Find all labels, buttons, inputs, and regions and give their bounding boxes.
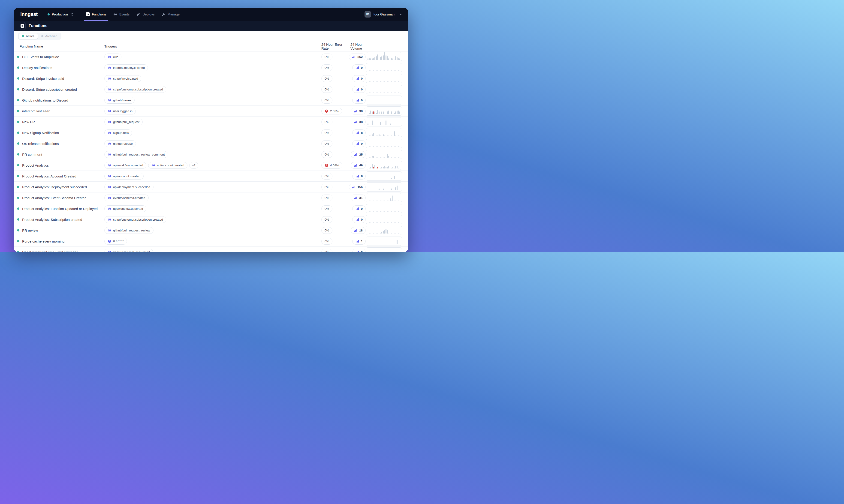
sparkline-slot: [395, 146, 396, 147]
function-status-dot: [17, 131, 19, 134]
sparkline-empty-dash: [380, 70, 381, 71]
sparkline-slot: [372, 146, 373, 147]
function-row[interactable]: PR review github/pull_request_review 0% …: [14, 225, 408, 236]
user-menu[interactable]: IG Igor Gassmann: [363, 8, 404, 21]
sparkline-slot: [376, 211, 377, 212]
sparkline-empty-dash: [379, 179, 379, 180]
function-row[interactable]: New Signup Notification signup.new 0% 8: [14, 127, 408, 138]
functions-page-icon-button[interactable]: [19, 22, 25, 30]
sparkline-slot: [373, 103, 374, 104]
sparkline-slot: [367, 124, 369, 125]
sparkline-bar: [377, 167, 378, 168]
function-row[interactable]: intercom last seen user.logged.in 2.63% …: [14, 106, 408, 116]
sparkline-slot: [383, 179, 384, 180]
sparkline-empty-dash: [369, 103, 370, 104]
sparkline-empty-dash: [394, 211, 395, 212]
sparkline-slot: [367, 179, 369, 180]
tab-events[interactable]: Events: [110, 8, 133, 21]
rocket-icon: [137, 13, 140, 16]
volume-sparkline: [366, 128, 402, 137]
sparkline-slot: [383, 146, 384, 147]
tab-functions[interactable]: Functions: [82, 8, 110, 21]
function-row[interactable]: New PR github/pull_request 0% 38: [14, 116, 408, 127]
function-row[interactable]: Discord: Stripe subscription created str…: [14, 84, 408, 95]
sparkline-empty-dash: [393, 146, 393, 147]
sparkline-slot: [391, 178, 392, 179]
function-row[interactable]: Purge cache every morning 0 8 * * * 0% 1: [14, 236, 408, 247]
sparkline-empty-dash: [384, 179, 385, 180]
sparkline-bar: [372, 121, 373, 125]
sparkline-slot: [385, 190, 387, 191]
sparkline-empty-dash: [379, 146, 379, 147]
sparkline-empty-dash: [375, 244, 375, 245]
function-name: OS release notifications: [22, 142, 59, 146]
trigger-label: stripe/customer.subscription.created: [113, 88, 163, 91]
error-alert-icon: [325, 109, 328, 113]
sparkline-slot: [398, 190, 399, 191]
sparkline-empty-dash: [377, 179, 378, 180]
trigger-label: github/pull_request_review: [113, 229, 150, 232]
sparkline-slot: [398, 92, 399, 93]
environment-selector[interactable]: Production: [43, 8, 79, 21]
tab-deploys[interactable]: Deploys: [133, 8, 158, 21]
sparkline-slot: [397, 92, 397, 93]
sparkline-empty-dash: [383, 125, 384, 125]
sparkline-empty-dash: [384, 211, 385, 212]
column-triggers: Triggers: [104, 44, 321, 48]
trigger-badge: api/account.created: [104, 173, 144, 180]
sparkline-empty-dash: [397, 70, 397, 71]
sparkline-slot: [397, 146, 397, 147]
sparkline-bar: [370, 167, 371, 168]
function-row[interactable]: Product Analytics: Function Updated or D…: [14, 203, 408, 214]
sparkline-slot: [387, 125, 388, 125]
sparkline-empty-dash: [379, 92, 379, 93]
function-row[interactable]: Product Analytics: Account Created api/a…: [14, 171, 408, 182]
sparkline-empty-dash: [383, 179, 384, 180]
function-row[interactable]: Product Analytics: Deployment succeeded …: [14, 182, 408, 193]
sparkline-slot: [390, 136, 391, 136]
filter-archived[interactable]: Archived: [38, 33, 61, 39]
function-row[interactable]: Discord: Stripe invoice paid stripe/invo…: [14, 73, 408, 84]
error-rate-value: 0%: [325, 207, 329, 211]
function-row[interactable]: Deploy notifications internal.deploy.fin…: [14, 62, 408, 73]
function-row[interactable]: CLI Events to Amplitude cli/* 0% 852: [14, 52, 408, 62]
sparkline-empty-dash: [386, 211, 387, 212]
volume-sparkline: [366, 85, 402, 94]
sparkline-slot: [395, 233, 396, 234]
sparkline-slot: [370, 58, 371, 60]
sparkline-slot: [381, 56, 382, 60]
sparkline-slot: [373, 167, 374, 168]
sparkline-empty-dash: [393, 114, 393, 114]
sparkline-empty-dash: [395, 92, 396, 93]
sparkline-bar: [383, 188, 384, 190]
function-row[interactable]: Product Analytics: Subscription created …: [14, 214, 408, 225]
sparkline-slot: [388, 244, 389, 245]
function-row[interactable]: OS release notifications github/release …: [14, 138, 408, 149]
function-status-dot: [17, 240, 19, 242]
sparkline-empty-dash: [384, 146, 385, 147]
bar-chart-icon: [354, 229, 358, 232]
volume-value: 31: [359, 196, 363, 200]
sparkline-slot: [373, 146, 374, 147]
sparkline-bar: [391, 188, 392, 190]
sparkline-empty-dash: [384, 136, 385, 136]
function-row[interactable]: Product Analytics api/workflow.upserteda…: [14, 160, 408, 171]
sparkline-empty-dash: [398, 136, 399, 136]
sparkline-slot: [394, 125, 395, 125]
filter-active[interactable]: Active: [18, 33, 38, 39]
function-row[interactable]: Product Analytics: Event Schema Created …: [14, 193, 408, 203]
sparkline-slot: [388, 110, 389, 114]
volume-sparkline: [366, 161, 402, 170]
sparkline-slot: [395, 179, 396, 180]
sparkline-slot: [383, 244, 384, 245]
function-row[interactable]: Reset password email and reminder passwo…: [14, 247, 408, 252]
function-row[interactable]: Github notifications to Discord github/i…: [14, 95, 408, 106]
function-row[interactable]: PR comment github/pull_request_review_co…: [14, 149, 408, 160]
trigger-list: user.logged.in: [104, 108, 321, 114]
sparkline-empty-dash: [389, 125, 389, 125]
sparkline-empty-dash: [390, 103, 391, 104]
sparkline-slot: [372, 244, 373, 245]
sparkline-slot: [395, 222, 396, 223]
sparkline-empty-dash: [397, 157, 397, 158]
tab-manage[interactable]: Manage: [158, 8, 183, 21]
